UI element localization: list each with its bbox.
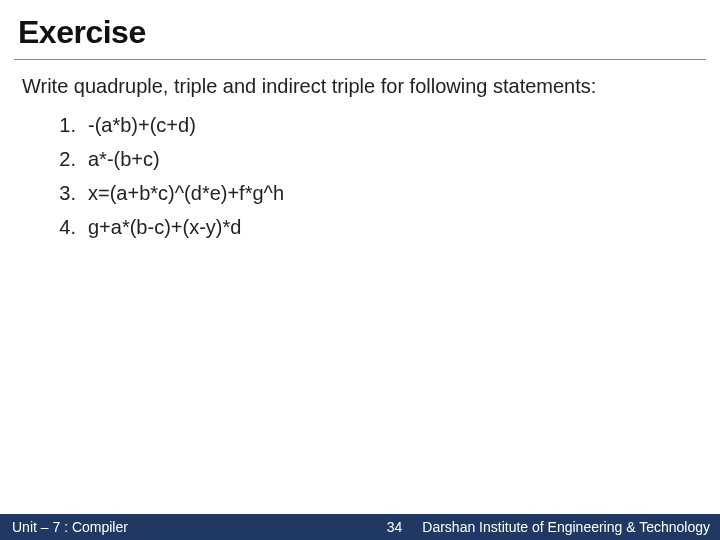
list-item: 1. -(a*b)+(c+d) [48,108,698,142]
list-item: 3. x=(a+b*c)^(d*e)+f*g^h [48,176,698,210]
list-item: 4. g+a*(b-c)+(x-y)*d [48,210,698,244]
item-expression: -(a*b)+(c+d) [88,108,196,142]
footer-page-number: 34 [373,519,417,535]
item-number: 3. [48,176,76,210]
item-number: 2. [48,142,76,176]
item-expression: x=(a+b*c)^(d*e)+f*g^h [88,176,284,210]
title-wrap: Exercise [0,0,720,59]
statement-list: 1. -(a*b)+(c+d) 2. a*-(b+c) 3. x=(a+b*c)… [22,108,698,244]
footer-organization: Darshan Institute of Engineering & Techn… [416,519,720,535]
prompt-text: Write quadruple, triple and indirect tri… [22,74,698,98]
list-item: 2. a*-(b+c) [48,142,698,176]
footer-unit: Unit – 7 : Compiler [0,519,140,535]
title-rule [14,59,706,60]
item-expression: a*-(b+c) [88,142,160,176]
slide-title: Exercise [18,14,702,51]
item-expression: g+a*(b-c)+(x-y)*d [88,210,241,244]
item-number: 4. [48,210,76,244]
slide-footer: Unit – 7 : Compiler 34 Darshan Institute… [0,514,720,540]
slide-body: Write quadruple, triple and indirect tri… [0,70,720,514]
slide: Exercise Write quadruple, triple and ind… [0,0,720,540]
item-number: 1. [48,108,76,142]
